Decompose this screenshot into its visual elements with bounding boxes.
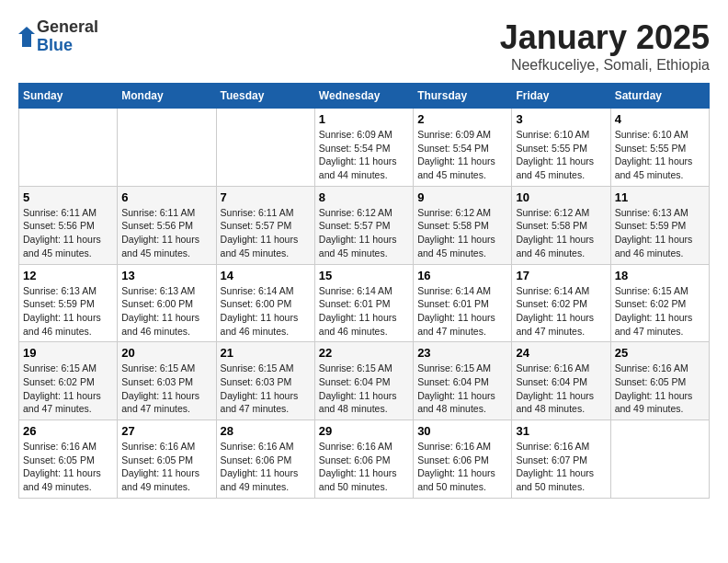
day-cell: 5Sunrise: 6:11 AMSunset: 5:56 PMDaylight… [19,186,118,264]
week-row-1: 1Sunrise: 6:09 AMSunset: 5:54 PMDaylight… [19,109,710,187]
day-cell: 11Sunrise: 6:13 AMSunset: 5:59 PMDayligh… [610,186,709,264]
day-info: Sunrise: 6:13 AMSunset: 5:59 PMDaylight:… [615,206,705,260]
header-cell-thursday: Thursday [414,84,512,109]
day-info: Sunrise: 6:16 AMSunset: 6:05 PMDaylight:… [121,440,211,494]
day-cell: 9Sunrise: 6:12 AMSunset: 5:58 PMDaylight… [414,186,512,264]
day-cell: 16Sunrise: 6:14 AMSunset: 6:01 PMDayligh… [414,264,512,342]
day-number: 6 [121,190,211,204]
day-info: Sunrise: 6:14 AMSunset: 6:01 PMDaylight:… [417,284,507,339]
day-info: Sunrise: 6:13 AMSunset: 6:00 PMDaylight:… [121,284,211,339]
title-area: January 2025 Neefkuceliye, Somali, Ethio… [500,18,710,74]
day-info: Sunrise: 6:11 AMSunset: 5:57 PMDaylight:… [221,206,311,260]
day-cell: 4Sunrise: 6:10 AMSunset: 5:55 PMDaylight… [610,109,709,187]
day-cell: 26Sunrise: 6:16 AMSunset: 6:05 PMDayligh… [19,420,118,499]
day-info: Sunrise: 6:15 AMSunset: 6:03 PMDaylight:… [221,362,311,416]
day-cell: 18Sunrise: 6:15 AMSunset: 6:02 PMDayligh… [610,264,709,342]
day-cell: 19Sunrise: 6:15 AMSunset: 6:02 PMDayligh… [19,342,118,420]
day-info: Sunrise: 6:11 AMSunset: 5:56 PMDaylight:… [121,206,211,260]
day-number: 2 [417,112,507,126]
header-cell-saturday: Saturday [610,84,709,109]
header-cell-friday: Friday [512,84,610,109]
day-number: 28 [221,424,311,438]
day-number: 12 [23,269,113,282]
day-info: Sunrise: 6:12 AMSunset: 5:58 PMDaylight:… [417,206,507,260]
day-number: 11 [615,190,705,204]
day-cell: 22Sunrise: 6:15 AMSunset: 6:04 PMDayligh… [314,342,413,420]
day-number: 1 [319,112,409,126]
day-cell [19,109,118,187]
day-cell: 20Sunrise: 6:15 AMSunset: 6:03 PMDayligh… [118,342,216,420]
day-number: 31 [516,424,606,438]
day-number: 8 [319,190,409,204]
day-info: Sunrise: 6:14 AMSunset: 6:00 PMDaylight:… [221,284,311,339]
day-info: Sunrise: 6:11 AMSunset: 5:56 PMDaylight:… [23,206,113,260]
day-number: 22 [319,346,409,360]
day-cell: 23Sunrise: 6:15 AMSunset: 6:04 PMDayligh… [414,342,512,420]
day-cell: 21Sunrise: 6:15 AMSunset: 6:03 PMDayligh… [216,342,314,420]
logo: General Blue [18,18,98,55]
day-info: Sunrise: 6:16 AMSunset: 6:06 PMDaylight:… [221,440,311,494]
day-info: Sunrise: 6:16 AMSunset: 6:06 PMDaylight:… [319,440,409,494]
day-cell [610,420,709,499]
day-info: Sunrise: 6:15 AMSunset: 6:04 PMDaylight:… [417,362,507,416]
day-info: Sunrise: 6:13 AMSunset: 5:59 PMDaylight:… [23,284,113,339]
day-cell: 12Sunrise: 6:13 AMSunset: 5:59 PMDayligh… [19,264,118,342]
day-info: Sunrise: 6:16 AMSunset: 6:05 PMDaylight:… [23,440,113,494]
day-cell: 8Sunrise: 6:12 AMSunset: 5:57 PMDaylight… [314,186,413,264]
day-cell: 28Sunrise: 6:16 AMSunset: 6:06 PMDayligh… [216,420,314,499]
day-cell [216,109,314,187]
logo-blue-text: Blue [37,36,73,54]
day-number: 27 [121,424,211,438]
day-info: Sunrise: 6:16 AMSunset: 6:06 PMDaylight:… [417,440,507,494]
day-number: 18 [615,269,705,282]
day-cell: 24Sunrise: 6:16 AMSunset: 6:04 PMDayligh… [512,342,610,420]
day-cell: 10Sunrise: 6:12 AMSunset: 5:58 PMDayligh… [512,186,610,264]
day-info: Sunrise: 6:16 AMSunset: 6:07 PMDaylight:… [516,440,606,494]
day-cell: 15Sunrise: 6:14 AMSunset: 6:01 PMDayligh… [314,264,413,342]
day-number: 7 [221,190,311,204]
day-number: 10 [516,190,606,204]
svg-marker-0 [18,27,35,47]
day-info: Sunrise: 6:14 AMSunset: 6:01 PMDaylight:… [319,284,409,339]
day-number: 15 [319,269,409,282]
header-cell-monday: Monday [118,84,216,109]
day-cell: 25Sunrise: 6:16 AMSunset: 6:05 PMDayligh… [610,342,709,420]
day-number: 17 [516,269,606,282]
day-number: 4 [615,112,705,126]
day-number: 25 [615,346,705,360]
day-info: Sunrise: 6:15 AMSunset: 6:02 PMDaylight:… [615,284,705,339]
day-cell [118,109,216,187]
day-cell: 27Sunrise: 6:16 AMSunset: 6:05 PMDayligh… [118,420,216,499]
day-cell: 3Sunrise: 6:10 AMSunset: 5:55 PMDaylight… [512,109,610,187]
day-number: 24 [516,346,606,360]
day-number: 3 [516,112,606,126]
calendar-body: 1Sunrise: 6:09 AMSunset: 5:54 PMDaylight… [19,109,710,499]
week-row-4: 19Sunrise: 6:15 AMSunset: 6:02 PMDayligh… [19,342,710,420]
day-number: 19 [23,346,113,360]
day-number: 13 [121,269,211,282]
calendar-header-row: SundayMondayTuesdayWednesdayThursdayFrid… [19,84,710,109]
day-number: 20 [121,346,211,360]
calendar: SundayMondayTuesdayWednesdayThursdayFrid… [18,83,710,499]
logo-general-text: General [37,17,98,36]
day-cell: 7Sunrise: 6:11 AMSunset: 5:57 PMDaylight… [216,186,314,264]
day-info: Sunrise: 6:16 AMSunset: 6:05 PMDaylight:… [615,362,705,416]
day-info: Sunrise: 6:15 AMSunset: 6:02 PMDaylight:… [23,362,113,416]
day-cell: 13Sunrise: 6:13 AMSunset: 6:00 PMDayligh… [118,264,216,342]
day-number: 5 [23,190,113,204]
header-cell-sunday: Sunday [19,84,118,109]
day-cell: 1Sunrise: 6:09 AMSunset: 5:54 PMDaylight… [314,109,413,187]
week-row-5: 26Sunrise: 6:16 AMSunset: 6:05 PMDayligh… [19,420,710,499]
header-cell-wednesday: Wednesday [314,84,413,109]
header-cell-tuesday: Tuesday [216,84,314,109]
day-info: Sunrise: 6:10 AMSunset: 5:55 PMDaylight:… [516,128,606,182]
day-cell: 6Sunrise: 6:11 AMSunset: 5:56 PMDaylight… [118,186,216,264]
day-info: Sunrise: 6:09 AMSunset: 5:54 PMDaylight:… [417,128,507,182]
day-info: Sunrise: 6:12 AMSunset: 5:57 PMDaylight:… [319,206,409,260]
day-info: Sunrise: 6:16 AMSunset: 6:04 PMDaylight:… [516,362,606,416]
day-cell: 2Sunrise: 6:09 AMSunset: 5:54 PMDaylight… [414,109,512,187]
day-info: Sunrise: 6:09 AMSunset: 5:54 PMDaylight:… [319,128,409,182]
week-row-2: 5Sunrise: 6:11 AMSunset: 5:56 PMDaylight… [19,186,710,264]
day-cell: 17Sunrise: 6:14 AMSunset: 6:02 PMDayligh… [512,264,610,342]
day-number: 30 [417,424,507,438]
